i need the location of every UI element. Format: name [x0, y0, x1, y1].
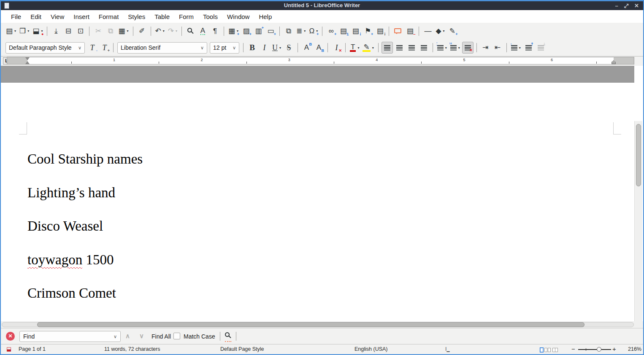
- undo-button[interactable]: ↶▾: [154, 25, 166, 37]
- font-color-button[interactable]: T▾: [349, 42, 360, 54]
- menu-edit[interactable]: Edit: [26, 11, 46, 22]
- multi-page-view-icon[interactable]: [544, 348, 547, 352]
- insert-cross-reference-button[interactable]: ▤i: [374, 25, 386, 37]
- vertical-scrollbar-thumb[interactable]: [636, 124, 641, 186]
- document-text[interactable]: 1500: [82, 252, 114, 267]
- single-page-view-icon[interactable]: [540, 347, 544, 352]
- document-line[interactable]: Cool Starship names: [27, 151, 143, 167]
- basic-shapes-dropdown-arrow[interactable]: ▾: [443, 29, 444, 33]
- restore-button[interactable]: ⤢: [624, 2, 628, 10]
- underline-button[interactable]: U▾: [271, 42, 282, 54]
- close-find-bar-button[interactable]: ✕: [6, 332, 15, 341]
- menu-tools[interactable]: Tools: [198, 11, 222, 22]
- vertical-scrollbar[interactable]: [634, 121, 642, 321]
- ruler-strip[interactable]: 123456: [7, 57, 634, 65]
- decrease-paragraph-spacing-button[interactable]: ⇣: [535, 42, 547, 54]
- zoom-out-button[interactable]: −: [571, 345, 575, 352]
- underline-dropdown-arrow[interactable]: ▾: [279, 46, 281, 50]
- formatting-marks-button[interactable]: ¶: [209, 25, 221, 37]
- cut-button[interactable]: ✂: [92, 25, 104, 37]
- insert-hyperlink-button[interactable]: ∞+: [325, 25, 337, 37]
- match-case-checkbox[interactable]: [173, 333, 180, 339]
- menu-insert[interactable]: Insert: [69, 11, 94, 22]
- redo-dropdown-arrow[interactable]: ▾: [176, 29, 177, 33]
- document-line[interactable]: Disco Weasel: [27, 218, 103, 234]
- find-input-dropdown-icon[interactable]: ∨: [114, 334, 117, 339]
- insert-field-button[interactable]: ≣▾: [295, 25, 307, 37]
- menu-view[interactable]: View: [46, 11, 69, 22]
- highlight-color-dropdown-arrow[interactable]: ▾: [372, 46, 374, 50]
- zoom-percentage[interactable]: 216%: [628, 346, 641, 352]
- font-size-dropdown-icon[interactable]: ∨: [233, 45, 236, 51]
- book-view-icon[interactable]: [555, 348, 558, 352]
- menu-file[interactable]: File: [6, 11, 26, 22]
- copy-button[interactable]: ⧉: [105, 25, 116, 37]
- ordered-list-button[interactable]: ¹²▾: [449, 42, 461, 54]
- document-text[interactable]: Disco Weasel: [27, 218, 103, 234]
- increase-paragraph-spacing-button[interactable]: ⇡: [523, 42, 534, 54]
- page-style[interactable]: Default Page Style: [220, 346, 264, 352]
- no-list-button[interactable]: ✕: [462, 42, 474, 54]
- document-text[interactable]: Lighting’s hand: [27, 185, 115, 200]
- multi-page-view-icon[interactable]: [548, 348, 551, 352]
- open-dropdown-arrow[interactable]: ▾: [27, 29, 29, 33]
- find-next-button[interactable]: ∨: [139, 332, 144, 340]
- menu-format[interactable]: Format: [94, 11, 124, 22]
- font-name-dropdown-icon[interactable]: ∨: [200, 45, 204, 51]
- page-break-button[interactable]: ⧉: [283, 25, 294, 37]
- minimize-button[interactable]: –: [615, 2, 618, 10]
- insert-chart-button[interactable]: ▥+: [253, 25, 264, 37]
- track-changes-button[interactable]: ▤‒: [404, 25, 416, 37]
- insert-table-button[interactable]: ▦+▾: [227, 25, 240, 37]
- close-button[interactable]: ✕: [634, 2, 639, 10]
- document-line[interactable]: Crimson Comet: [27, 285, 116, 301]
- update-style-button[interactable]: T◦: [87, 42, 98, 54]
- basic-shapes-button[interactable]: ◆▾: [434, 25, 446, 37]
- align-justified-button[interactable]: [418, 42, 430, 54]
- word-count[interactable]: 11 words, 72 characters: [104, 346, 160, 352]
- superscript-button[interactable]: AB: [301, 42, 312, 54]
- paste-dropdown-arrow[interactable]: ▾: [127, 29, 128, 33]
- line-spacing-button[interactable]: ↕▾: [510, 42, 522, 54]
- paragraph-style-dropdown-icon[interactable]: ∨: [78, 45, 81, 51]
- export-pdf-button[interactable]: ⤓: [50, 25, 62, 37]
- line-spacing-dropdown-arrow[interactable]: ▾: [519, 46, 521, 50]
- find-all-button[interactable]: Find All: [152, 333, 171, 340]
- insert-image-button[interactable]: ▨+: [241, 25, 252, 37]
- menu-form[interactable]: Form: [174, 11, 198, 22]
- draw-functions-button[interactable]: ✎+: [446, 25, 458, 37]
- menu-window[interactable]: Window: [222, 11, 254, 22]
- italic-button[interactable]: I: [259, 42, 270, 54]
- clear-formatting-button[interactable]: I✕: [331, 42, 342, 54]
- clone-formatting-button[interactable]: ✐: [136, 25, 148, 37]
- print-preview-button[interactable]: ⊡: [75, 25, 86, 37]
- insert-comment-button[interactable]: [392, 25, 403, 37]
- insert-mode-icon[interactable]: I‗: [445, 346, 449, 352]
- find-replace-button[interactable]: [185, 25, 196, 37]
- find-previous-button[interactable]: ∧: [125, 332, 130, 340]
- insert-field-dropdown-arrow[interactable]: ▾: [304, 29, 306, 33]
- horizontal-line-button[interactable]: ―: [422, 25, 433, 37]
- document-area[interactable]: Cool Starship namesLighting’s handDisco …: [1, 66, 643, 321]
- titlebar[interactable]: Untitled 5 - LibreOffice Writer – ⤢ ✕: [1, 1, 643, 10]
- subscript-button[interactable]: AB: [313, 42, 325, 54]
- font-size-select[interactable]: 12 pt∨: [210, 42, 239, 54]
- menu-table[interactable]: Table: [150, 11, 174, 22]
- find-input[interactable]: Find ∨: [19, 331, 121, 342]
- paragraph-style-select[interactable]: Default Paragraph Style∨: [5, 42, 85, 54]
- print-button[interactable]: ⊟: [62, 25, 74, 37]
- page-count[interactable]: Page 1 of 1: [19, 346, 46, 352]
- first-line-indent-marker[interactable]: [25, 57, 30, 60]
- align-right-button[interactable]: [406, 42, 417, 54]
- open-button[interactable]: ❒▾: [18, 25, 30, 37]
- misspelled-word[interactable]: toywagon: [27, 252, 82, 267]
- redo-button[interactable]: ↷▾: [167, 25, 179, 37]
- new-style-button[interactable]: T+: [99, 42, 110, 54]
- zoom-in-button[interactable]: +: [612, 345, 616, 352]
- insert-textbox-button[interactable]: ▭+: [265, 25, 276, 37]
- paste-button[interactable]: ▦▾: [117, 25, 130, 37]
- zoom-slider[interactable]: [578, 349, 611, 350]
- menu-help[interactable]: Help: [254, 11, 276, 22]
- save-button[interactable]: ⬓●▾: [31, 25, 44, 37]
- highlight-color-button[interactable]: ✎▾: [361, 42, 375, 54]
